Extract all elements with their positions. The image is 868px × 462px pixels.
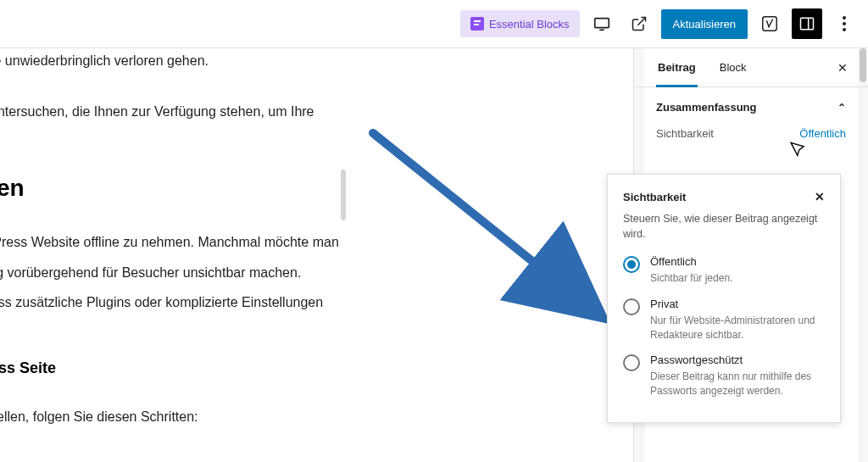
resize-handle[interactable] xyxy=(341,170,346,220)
editor-topbar: Essential Blocks Aktualisieren xyxy=(0,0,868,48)
yoast-button[interactable] xyxy=(754,8,785,39)
visibility-option-public[interactable]: Öffentlich Sichtbar für jeden. xyxy=(623,255,825,286)
content-paragraph[interactable]: e WordPress Website offline zu nehmen. M… xyxy=(0,231,568,253)
tab-block[interactable]: Block xyxy=(718,48,748,87)
visibility-option-private[interactable]: Privat Nur für Website-Administratoren u… xyxy=(623,298,825,342)
sidebar-tabs: Beitrag Block ✕ xyxy=(634,48,868,87)
summary-label: Zusammenfassung xyxy=(656,101,756,114)
svg-line-5 xyxy=(637,18,645,25)
external-link-icon xyxy=(631,15,648,32)
radio-private-desc: Nur für Website-Administratoren und Reda… xyxy=(650,314,825,342)
content-paragraph[interactable]: n Beitrag vorübergehend für Besucher uns… xyxy=(0,262,568,284)
essential-blocks-label: Essential Blocks xyxy=(489,18,570,31)
update-label: Aktualisieren xyxy=(673,18,736,31)
tab-post[interactable]: Beitrag xyxy=(656,48,698,87)
preview-desktop-button[interactable] xyxy=(587,8,617,39)
popover-description: Steuern Sie, wie dieser Beitrag angezeig… xyxy=(623,212,825,242)
options-menu-button[interactable] xyxy=(829,8,860,39)
radio-private-label: Privat xyxy=(650,298,825,310)
yoast-icon xyxy=(760,14,779,33)
content-paragraph[interactable]: ohne dass zusätzliche Plugins oder kompl… xyxy=(0,292,568,314)
page-scrollbar-right[interactable] xyxy=(858,48,868,462)
essential-blocks-icon xyxy=(470,17,484,31)
visibility-row: Sichtbarkeit Öffentlich xyxy=(634,122,868,148)
radio-private[interactable] xyxy=(623,298,640,315)
panel-icon xyxy=(798,15,815,32)
popover-title: Sichtbarkeit xyxy=(623,191,686,203)
visibility-row-label: Sichtbarkeit xyxy=(656,127,714,140)
svg-rect-6 xyxy=(763,17,777,31)
radio-password[interactable] xyxy=(623,354,640,371)
content-paragraph[interactable]: tionen untersuchen, die Ihnen zur Verfüg… xyxy=(0,101,568,123)
close-popover-button[interactable]: ✕ xyxy=(815,190,825,203)
visibility-value-link[interactable]: Öffentlich xyxy=(799,127,846,140)
radio-password-desc: Dieser Beitrag kann nur mithilfe des Pas… xyxy=(650,370,825,398)
summary-panel-toggle[interactable]: Zusammenfassung ⌃ xyxy=(634,87,868,122)
update-button[interactable]: Aktualisieren xyxy=(661,9,748,39)
content-paragraph[interactable]: e Inhalte unwiederbringlich verloren geh… xyxy=(0,50,568,72)
sidebar-toggle-button[interactable] xyxy=(792,8,822,39)
radio-password-label: Passwortgeschützt xyxy=(650,353,825,366)
svg-rect-2 xyxy=(474,24,479,25)
svg-rect-7 xyxy=(801,18,814,29)
close-sidebar-button[interactable]: ✕ xyxy=(837,61,848,75)
radio-public-desc: Sichtbar für jeden. xyxy=(650,271,732,286)
content-heading-3[interactable]: ordPress Seite xyxy=(0,356,568,381)
editor-content[interactable]: e Inhalte unwiederbringlich verloren geh… xyxy=(0,48,619,427)
content-paragraph[interactable]: ne zu stellen, folgen Sie diesen Schritt… xyxy=(0,406,568,428)
chevron-up-icon: ⌃ xyxy=(837,102,846,114)
radio-public-label: Öffentlich xyxy=(650,255,732,268)
radio-public[interactable] xyxy=(623,256,640,273)
essential-blocks-button[interactable]: Essential Blocks xyxy=(460,10,580,37)
content-heading-2[interactable]: stellen xyxy=(0,170,568,208)
visibility-popover: Sichtbarkeit ✕ Steuern Sie, wie dieser B… xyxy=(607,174,841,423)
view-external-button[interactable] xyxy=(624,8,654,39)
svg-rect-3 xyxy=(594,19,609,28)
svg-rect-1 xyxy=(474,20,481,22)
tab-post-label: Beitrag xyxy=(658,61,696,74)
tab-block-label: Block xyxy=(720,61,747,74)
visibility-option-password[interactable]: Passwortgeschützt Dieser Beitrag kann nu… xyxy=(623,353,825,398)
desktop-icon xyxy=(593,14,611,33)
